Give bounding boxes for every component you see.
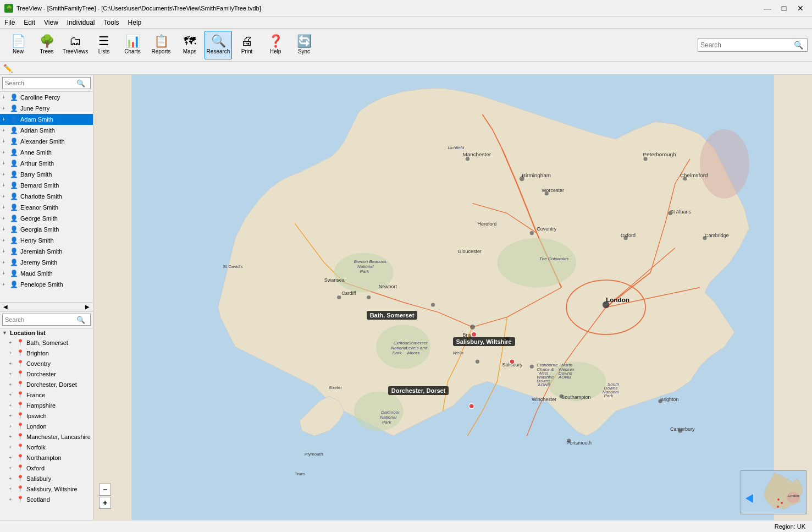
toolbar-btn-treeviews[interactable]: 🗂TreeViews [62, 31, 89, 59]
minimize-button[interactable]: — [760, 3, 775, 14]
lists-icon: ☰ [98, 35, 109, 47]
menu-item-individual[interactable]: Individual [63, 17, 100, 28]
svg-text:Levels and: Levels and [406, 345, 428, 350]
toolbar-btn-help[interactable]: ❓Help [262, 31, 289, 59]
person-item[interactable]: +👤Alexander Smith [0, 136, 93, 147]
close-button[interactable]: ✕ [793, 3, 808, 14]
person-expand-icon: + [2, 161, 8, 166]
location-search-input[interactable] [3, 316, 74, 323]
location-item[interactable]: +📍Salisbury, Wiltshire [0, 484, 93, 494]
loc-pin-icon: 📍 [16, 496, 24, 503]
toolbar-btn-lists[interactable]: ☰Lists [90, 31, 118, 59]
toolbar-search-button[interactable]: 🔍 [792, 40, 805, 51]
toolbar-btn-print[interactable]: 🖨Print [233, 31, 261, 59]
person-search-button[interactable]: 🔍 [74, 79, 87, 87]
toolbar-btn-charts[interactable]: 📊Charts [119, 31, 146, 59]
svg-point-45 [530, 231, 534, 235]
svg-text:Moors: Moors [407, 350, 419, 355]
window-title: TreeView - [SmithFamilyTree] - [C:\Users… [16, 5, 261, 12]
person-expand-icon: + [2, 183, 8, 188]
loc-pin-icon: 📍 [16, 391, 24, 398]
person-item[interactable]: +👤Eleanor Smith [0, 202, 93, 213]
svg-text:Birmingham: Birmingham [522, 172, 551, 178]
svg-text:AONB: AONB [537, 382, 551, 387]
svg-text:Peterborough: Peterborough [643, 151, 676, 157]
scroll-left-arrow[interactable]: ◀ [0, 303, 11, 311]
person-item[interactable]: +👤Henry Smith [0, 235, 93, 246]
location-item[interactable]: +📍London [0, 421, 93, 431]
location-item[interactable]: +📍France [0, 390, 93, 400]
person-item[interactable]: +👤Penelope Smith [0, 279, 93, 290]
person-item[interactable]: +👤George Smith [0, 213, 93, 224]
location-item[interactable]: +📍Bath, Somerset [0, 337, 93, 348]
location-item[interactable]: +📍Coventry [0, 358, 93, 369]
menu-item-file[interactable]: File [0, 17, 19, 28]
toolbar-btn-trees[interactable]: 🌳Trees [33, 31, 60, 59]
loc-expand-icon: + [9, 350, 14, 356]
person-item[interactable]: +👤Barry Smith [0, 169, 93, 180]
loc-pin-icon: 📍 [16, 381, 24, 388]
person-item[interactable]: +👤Bernard Smith [0, 180, 93, 191]
toolbar-btn-label-sync: Sync [298, 48, 310, 54]
location-name: Ipswich [26, 413, 47, 419]
person-expand-icon: + [2, 227, 8, 232]
person-search-input[interactable] [3, 79, 74, 87]
location-item[interactable]: +📍Dorchester, Dorset [0, 379, 93, 390]
person-item[interactable]: +👤June Perry [0, 103, 93, 114]
menu-item-tools[interactable]: Tools [100, 17, 124, 28]
person-icon: 👤 [10, 226, 18, 233]
menu-item-help[interactable]: Help [124, 17, 146, 28]
toolbar-btn-research[interactable]: 🔍Research [205, 31, 232, 59]
menu-item-view[interactable]: View [40, 17, 63, 28]
region-value: UK [797, 523, 805, 530]
person-item[interactable]: +👤Caroline Percy [0, 92, 93, 103]
location-list-header[interactable]: ▼ Location list [0, 328, 93, 337]
toolbar-btn-sync[interactable]: 🔄Sync [290, 31, 318, 59]
location-search-button[interactable]: 🔍 [74, 316, 87, 324]
person-item[interactable]: +👤Maud Smith [0, 268, 93, 279]
person-item[interactable]: +👤Jeremy Smith [0, 257, 93, 268]
maximize-button[interactable]: □ [777, 3, 791, 14]
location-item[interactable]: +📍Salisbury [0, 473, 93, 484]
location-item[interactable]: +📍Manchester, Lancashire [0, 431, 93, 442]
person-item[interactable]: +👤Georgia Smith [0, 224, 93, 235]
zoom-in-button[interactable]: + [99, 497, 111, 509]
person-item[interactable]: +👤Charlotte Smith [0, 191, 93, 202]
edit-icon[interactable]: ✏️ [3, 64, 13, 73]
scroll-right-arrow[interactable]: ▶ [82, 303, 93, 311]
location-item[interactable]: +📍Brighton [0, 348, 93, 358]
toolbar-btn-label-charts: Charts [124, 48, 140, 54]
person-item[interactable]: +👤Adam Smith [0, 114, 93, 125]
person-name: Bernard Smith [20, 182, 59, 189]
menu-item-edit[interactable]: Edit [19, 17, 40, 28]
location-item[interactable]: +📍Oxford [0, 463, 93, 473]
main-layout: 🔍 +👤Caroline Percy+👤June Perry+👤Adam Smi… [0, 75, 812, 520]
person-item[interactable]: +👤Adrian Smith [0, 125, 93, 136]
person-name: June Perry [20, 105, 49, 112]
person-item[interactable]: +👤Anne Smith [0, 147, 93, 158]
location-list: ▼ Location list +📍Bath, Somerset+📍Bright… [0, 328, 93, 520]
toolbar-btn-new[interactable]: 📄New [4, 31, 32, 59]
title-bar: 🌳 TreeView - [SmithFamilyTree] - [C:\Use… [0, 0, 812, 17]
location-name: Brighton [26, 350, 49, 357]
location-item[interactable]: +📍Scotland [0, 494, 93, 504]
person-item[interactable]: +👤Arthur Smith [0, 158, 93, 169]
toolbar-search-input[interactable] [698, 40, 792, 50]
toolbar-btn-maps[interactable]: 🗺Maps [176, 31, 203, 59]
toolbar-btn-reports[interactable]: 📋Reports [147, 31, 175, 59]
app-icon: 🌳 [4, 4, 13, 13]
location-item[interactable]: +📍Northampton [0, 452, 93, 463]
person-expand-icon: + [2, 249, 8, 254]
location-item[interactable]: +📍Hampshire [0, 400, 93, 410]
svg-text:Lichfield: Lichfield [448, 145, 465, 150]
person-item[interactable]: +👤Jeremiah Smith [0, 246, 93, 257]
zoom-out-button[interactable]: − [99, 484, 111, 496]
location-item[interactable]: +📍Ipswich [0, 410, 93, 421]
svg-point-121 [469, 404, 474, 409]
sync-icon: 🔄 [297, 35, 312, 47]
person-expand-icon: + [2, 172, 8, 177]
location-item[interactable]: +📍Dorchester [0, 369, 93, 379]
location-item[interactable]: +📍Norfolk [0, 442, 93, 452]
svg-text:Worcester: Worcester [542, 188, 564, 193]
map-area[interactable]: Birmingham Coventry Manchester Peterboro… [93, 75, 812, 520]
